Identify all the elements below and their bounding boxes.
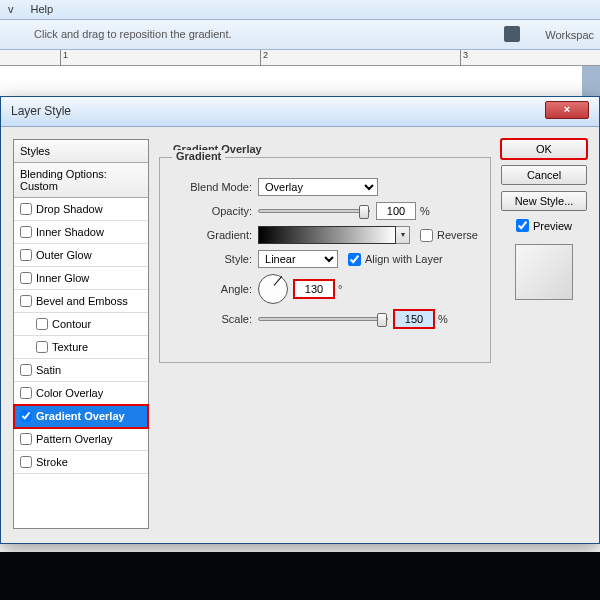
style-label: Color Overlay xyxy=(36,387,103,399)
menu-item[interactable]: v xyxy=(8,3,14,15)
percent-label: % xyxy=(438,313,448,325)
angle-input[interactable] xyxy=(294,280,334,298)
blend-mode-label: Blend Mode: xyxy=(172,181,258,193)
checkbox[interactable] xyxy=(36,341,48,353)
checkbox[interactable] xyxy=(20,387,32,399)
style-stroke[interactable]: Stroke xyxy=(14,451,148,474)
reverse-label: Reverse xyxy=(437,229,478,241)
preview-label: Preview xyxy=(533,220,572,232)
style-label: Style: xyxy=(172,253,258,265)
checkbox[interactable] xyxy=(20,249,32,261)
scale-input[interactable] xyxy=(394,310,434,328)
style-pattern-overlay[interactable]: Pattern Overlay xyxy=(14,428,148,451)
dialog-titlebar[interactable]: Layer Style × xyxy=(1,97,599,127)
checkbox[interactable] xyxy=(20,203,32,215)
slider-thumb[interactable] xyxy=(359,205,369,219)
style-label: Stroke xyxy=(36,456,68,468)
slider-thumb[interactable] xyxy=(377,313,387,327)
gradient-fieldset: Gradient Blend Mode: Overlay Opacity: % … xyxy=(159,157,491,363)
gradient-label: Gradient: xyxy=(172,229,258,241)
workspace-label[interactable]: Workspac xyxy=(545,20,594,50)
workspace-icon[interactable] xyxy=(504,26,520,42)
blend-mode-select[interactable]: Overlay xyxy=(258,178,378,196)
menu-item-help[interactable]: Help xyxy=(31,3,54,15)
new-style-button[interactable]: New Style... xyxy=(501,191,587,211)
percent-label: % xyxy=(420,205,430,217)
reverse-checkbox[interactable] xyxy=(420,229,433,242)
style-satin[interactable]: Satin xyxy=(14,359,148,382)
gradient-swatch[interactable] xyxy=(258,226,396,244)
scale-label: Scale: xyxy=(172,313,258,325)
checkbox[interactable] xyxy=(20,456,32,468)
checkbox[interactable] xyxy=(20,226,32,238)
angle-label: Angle: xyxy=(172,283,258,295)
style-inner-glow[interactable]: Inner Glow xyxy=(14,267,148,290)
opacity-label: Opacity: xyxy=(172,205,258,217)
gradient-dropdown-arrow[interactable]: ▾ xyxy=(396,226,410,244)
checkbox[interactable] xyxy=(20,410,32,422)
style-label: Texture xyxy=(52,341,88,353)
align-label: Align with Layer xyxy=(365,253,443,265)
checkbox[interactable] xyxy=(36,318,48,330)
ruler-tick: 1 xyxy=(60,50,68,66)
checkbox[interactable] xyxy=(20,272,32,284)
styles-list: Styles Blending Options: Custom Drop Sha… xyxy=(13,139,149,529)
style-inner-shadow[interactable]: Inner Shadow xyxy=(14,221,148,244)
cancel-button[interactable]: Cancel xyxy=(501,165,587,185)
style-label: Gradient Overlay xyxy=(36,410,125,422)
style-label: Bevel and Emboss xyxy=(36,295,128,307)
ok-button[interactable]: OK xyxy=(501,139,587,159)
style-texture[interactable]: Texture xyxy=(14,336,148,359)
style-gradient-overlay[interactable]: Gradient Overlay xyxy=(14,405,148,428)
style-drop-shadow[interactable]: Drop Shadow xyxy=(14,198,148,221)
style-select[interactable]: Linear xyxy=(258,250,338,268)
style-label: Inner Glow xyxy=(36,272,89,284)
style-contour[interactable]: Contour xyxy=(14,313,148,336)
opacity-input[interactable] xyxy=(376,202,416,220)
style-label: Drop Shadow xyxy=(36,203,103,215)
ruler-tick: 3 xyxy=(460,50,468,66)
style-label: Contour xyxy=(52,318,91,330)
layer-style-dialog: Layer Style × Styles Blending Options: C… xyxy=(0,96,600,544)
opacity-slider[interactable] xyxy=(258,209,370,213)
blending-options[interactable]: Blending Options: Custom xyxy=(14,163,148,198)
ruler-tick: 2 xyxy=(260,50,268,66)
close-button[interactable]: × xyxy=(545,101,589,119)
styles-header[interactable]: Styles xyxy=(14,140,148,163)
style-label: Inner Shadow xyxy=(36,226,104,238)
preview-checkbox[interactable] xyxy=(516,219,529,232)
dialog-title: Layer Style xyxy=(1,97,81,125)
stage-background xyxy=(0,552,600,600)
style-label: Pattern Overlay xyxy=(36,433,112,445)
style-label: Satin xyxy=(36,364,61,376)
checkbox[interactable] xyxy=(20,295,32,307)
style-outer-glow[interactable]: Outer Glow xyxy=(14,244,148,267)
fieldset-legend: Gradient xyxy=(172,150,225,162)
angle-dial[interactable] xyxy=(258,274,288,304)
checkbox[interactable] xyxy=(20,364,32,376)
options-hint: Click and drag to reposition the gradien… xyxy=(34,28,232,40)
checkbox[interactable] xyxy=(20,433,32,445)
style-color-overlay[interactable]: Color Overlay xyxy=(14,382,148,405)
scale-slider[interactable] xyxy=(258,317,388,321)
style-bevel[interactable]: Bevel and Emboss xyxy=(14,290,148,313)
ruler: 1 2 3 xyxy=(0,50,600,66)
preview-swatch xyxy=(515,244,573,300)
align-checkbox[interactable] xyxy=(348,253,361,266)
degree-label: ° xyxy=(338,283,342,295)
style-label: Outer Glow xyxy=(36,249,92,261)
